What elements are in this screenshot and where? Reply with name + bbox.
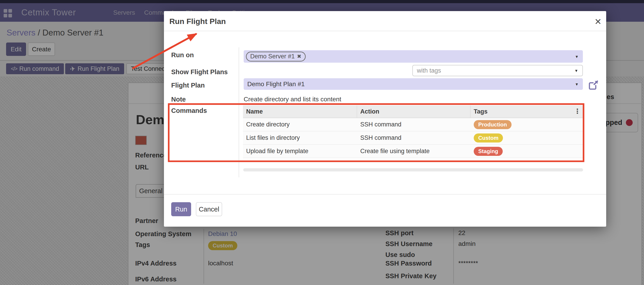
server-tag-pill[interactable]: Demo Server #1 ✖ bbox=[246, 51, 306, 61]
run-on-label: Run on bbox=[171, 51, 194, 59]
modal-label-separator bbox=[239, 47, 239, 177]
modal-footer-divider bbox=[164, 194, 606, 195]
column-header-action[interactable]: Action bbox=[357, 105, 470, 118]
run-button[interactable]: Run bbox=[171, 202, 191, 216]
optional-columns-icon[interactable]: ⋮ bbox=[574, 107, 581, 115]
command-name: Upload file by template bbox=[243, 148, 357, 155]
modal-title: Run Flight Plan bbox=[170, 17, 226, 26]
screen: Cetmix Tower ServersCommandsFilesToolsSe… bbox=[0, 0, 644, 285]
external-link-icon[interactable] bbox=[589, 80, 598, 90]
command-tags: Custom bbox=[470, 133, 583, 142]
cancel-button[interactable]: Cancel bbox=[196, 202, 222, 216]
commands-label: Commands bbox=[171, 107, 207, 114]
column-header-tags[interactable]: Tags bbox=[470, 105, 574, 118]
command-action: SSH command bbox=[357, 121, 470, 128]
close-icon[interactable]: ✕ bbox=[592, 16, 604, 27]
with-tags-dropdown[interactable]: with tags ▾ bbox=[412, 65, 583, 76]
command-row[interactable]: Upload file by templateCreate file using… bbox=[243, 145, 583, 158]
tag-badge: Production bbox=[474, 120, 512, 129]
command-tags: Staging bbox=[470, 147, 583, 156]
column-header-name[interactable]: Name bbox=[243, 105, 357, 118]
command-action: Create file using template bbox=[357, 148, 470, 155]
modal-header-divider bbox=[164, 31, 606, 31]
chevron-down-icon: ▾ bbox=[575, 68, 578, 73]
command-tags: Production bbox=[470, 120, 583, 129]
remove-tag-icon[interactable]: ✖ bbox=[297, 53, 302, 59]
table-horizontal-scrollbar[interactable] bbox=[243, 168, 583, 171]
tag-badge: Staging bbox=[474, 147, 503, 156]
command-row[interactable]: Create directorySSH commandProduction bbox=[243, 118, 583, 131]
flight-plan-dropdown[interactable]: Demo Flight Plan #1 ▾ bbox=[244, 78, 583, 90]
commands-table-header: Name Action Tags ⋮ bbox=[243, 105, 583, 118]
note-value: Create directory and list its content bbox=[244, 96, 341, 103]
command-name: Create directory bbox=[243, 121, 357, 128]
flight-plan-label: Flight Plan bbox=[171, 82, 205, 89]
chevron-down-icon: ▾ bbox=[576, 81, 578, 87]
command-name: List files in directory bbox=[243, 134, 357, 141]
command-row[interactable]: List files in directorySSH commandCustom bbox=[243, 131, 583, 145]
note-label: Note bbox=[171, 96, 186, 103]
show-flight-plans-label: Show Flight Plans bbox=[171, 68, 228, 76]
commands-table: Name Action Tags ⋮ Create directorySSH c… bbox=[243, 105, 583, 161]
tag-badge: Custom bbox=[474, 133, 503, 142]
run-on-field[interactable]: Demo Server #1 ✖ ▾ bbox=[244, 50, 583, 63]
table-tail-row bbox=[243, 158, 583, 161]
run-flight-plan-modal: Run Flight Plan ✕ Run on Show Flight Pla… bbox=[164, 11, 606, 227]
chevron-down-icon: ▾ bbox=[576, 54, 578, 59]
command-action: SSH command bbox=[357, 134, 470, 141]
